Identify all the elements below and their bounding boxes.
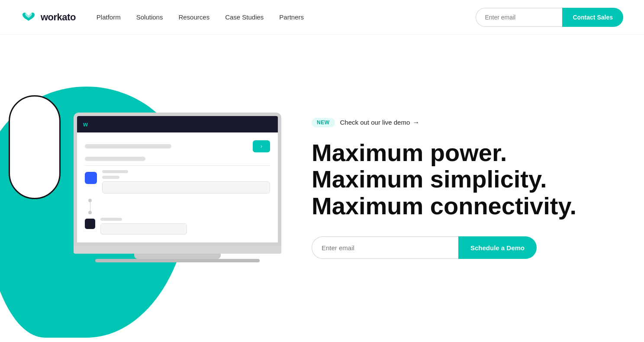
hero-illustration: w › [0, 35, 294, 342]
lb-app-icon [85, 172, 97, 184]
hero-email-input[interactable] [312, 236, 458, 259]
laptop-stand [134, 254, 221, 259]
nav-contact-sales-button[interactable]: Contact Sales [562, 8, 623, 27]
deco-pill [9, 95, 61, 199]
demo-announcement: NEW Check out our live demo → [312, 118, 609, 127]
lb-action-btn: › [253, 140, 270, 152]
lb-app-icon2 [85, 219, 95, 229]
laptop-titlebar: w [77, 116, 278, 132]
workato-logo-icon [21, 11, 36, 23]
laptop-logo-icon: w [83, 121, 88, 128]
laptop-illustration: w › [74, 113, 281, 262]
live-demo-link[interactable]: Check out our live demo → [340, 119, 420, 126]
hero-content: NEW Check out our live demo → Maximum po… [294, 118, 644, 259]
nav-link-case-studies[interactable]: Case Studies [225, 13, 264, 21]
nav-link-partners[interactable]: Partners [279, 13, 304, 21]
new-badge: NEW [312, 118, 335, 127]
schedule-demo-button[interactable]: Schedule a Demo [458, 236, 537, 259]
hero-cta-row: Schedule a Demo [312, 236, 537, 259]
nav-links: Platform Solutions Resources Case Studie… [97, 13, 476, 21]
lb-label2 [102, 176, 119, 179]
nav-link-resources[interactable]: Resources [178, 13, 209, 21]
lb-line1 [90, 202, 90, 211]
laptop-foot [95, 259, 260, 262]
lb-dot1 [88, 199, 92, 202]
lb-input-field2 [100, 223, 187, 235]
nav-link-solutions[interactable]: Solutions [136, 13, 163, 21]
nav-link-platform[interactable]: Platform [97, 13, 121, 21]
laptop-body: › [77, 132, 278, 242]
lb-input-field [102, 181, 270, 194]
lb-subtitle-bar [85, 157, 145, 161]
lb-dot2 [88, 211, 92, 214]
navbar: workato Platform Solutions Resources Cas… [0, 0, 644, 35]
nav-cta-area: Contact Sales [476, 8, 623, 27]
hero-section: w › [0, 35, 644, 342]
lb-label1 [102, 170, 128, 173]
nav-email-input[interactable] [476, 8, 562, 27]
lb-content-block [102, 170, 270, 194]
arrow-right-icon: → [412, 119, 419, 126]
laptop-screen: w › [74, 113, 281, 246]
hero-headline: Maximum power. Maximum simplicity. Maxim… [312, 139, 609, 219]
laptop-base [74, 246, 281, 254]
lb-label3 [100, 218, 122, 221]
lb-content-block2 [100, 218, 187, 235]
lb-divider-1 [85, 165, 270, 166]
logo[interactable]: workato [21, 11, 76, 23]
logo-text: workato [41, 12, 76, 23]
lb-search-bar [85, 144, 171, 148]
lb-connector [85, 199, 270, 214]
